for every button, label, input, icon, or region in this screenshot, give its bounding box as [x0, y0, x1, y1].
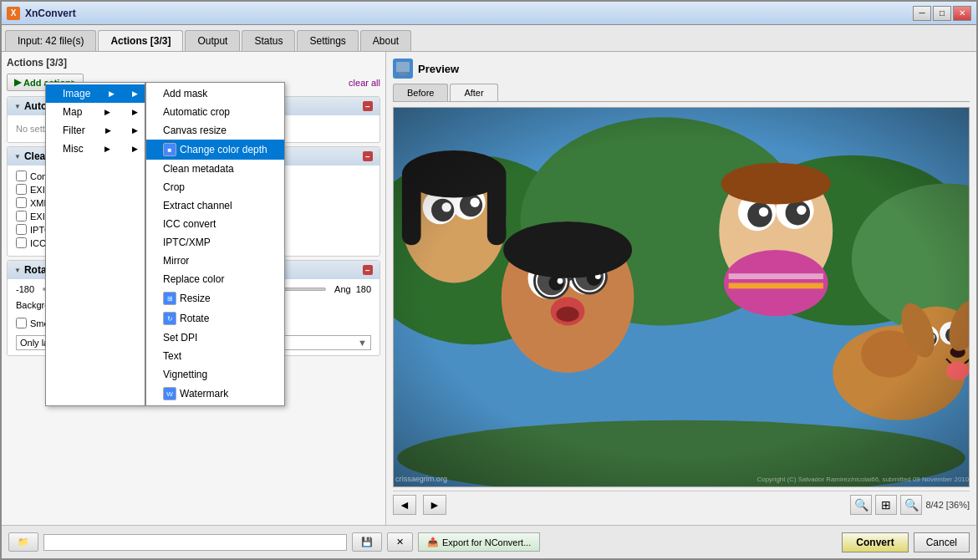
menu-mirror[interactable]: Mirror [146, 252, 284, 270]
minimize-button[interactable]: ─ [913, 6, 931, 21]
preview-icon [393, 59, 413, 79]
main-tabbar: Input: 42 file(s) Actions [3/3] Output S… [2, 25, 976, 52]
path-input[interactable] [43, 534, 347, 551]
collapse-icon: ▼ [14, 103, 21, 110]
menu-item-image[interactable]: Image ▶ [46, 84, 145, 103]
menu-clean-metadata[interactable]: Clean metadata [146, 160, 284, 178]
svg-rect-0 [396, 62, 410, 72]
smooth-checkbox[interactable] [16, 318, 27, 328]
main-content: Actions [3/3] ▶ Add action> clear all ▼ … [2, 52, 976, 525]
collapse-icon: ▼ [14, 153, 21, 160]
menu-set-dpi[interactable]: Set DPI [146, 328, 284, 347]
exif-checkbox[interactable] [16, 184, 27, 195]
close-button[interactable]: ✕ [953, 6, 971, 21]
menu-icc-convert[interactable]: ICC convert [146, 215, 284, 233]
exif-thumbnail-checkbox[interactable] [16, 211, 27, 221]
delete-icon: ✕ [396, 537, 404, 547]
zoom-in-button[interactable]: 🔍 [850, 495, 872, 515]
angle-value: -180 [16, 284, 34, 294]
right-panel: Preview Before After [386, 52, 976, 525]
open-folder-button[interactable]: 📁 [8, 532, 38, 552]
resize-icon: ⊞ [163, 292, 176, 305]
preview-header: Preview [393, 59, 970, 79]
cancel-button[interactable]: Cancel [914, 532, 970, 552]
watermark-icon: W [163, 387, 176, 400]
tab-after[interactable]: After [450, 84, 497, 101]
dropdown-arrow-icon: ▼ [358, 338, 367, 348]
remove-rotate-button[interactable]: − [363, 265, 373, 275]
first-level-menu: Image ▶ Map ▶ Filter ▶ Misc ▶ [45, 82, 145, 406]
preview-image-container: © crissaegrim.org Copyright (C) Salvador… [393, 107, 970, 487]
svg-rect-60 [394, 108, 969, 486]
menu-item-map[interactable]: Map ▶ [46, 103, 145, 121]
change-color-icon: ■ [163, 143, 176, 156]
convert-button[interactable]: Convert [842, 532, 908, 552]
svg-text:© crissaegrim.org: © crissaegrim.org [394, 475, 447, 483]
delete-button[interactable]: ✕ [387, 532, 413, 552]
tab-settings[interactable]: Settings [297, 30, 358, 51]
menu-item-filter[interactable]: Filter ▶ [46, 121, 145, 140]
main-window: X XnConvert ─ □ ✕ Input: 42 file(s) Acti… [0, 0, 978, 560]
preview-svg: © crissaegrim.org Copyright (C) Salvador… [394, 108, 969, 486]
menu-automatic-crop[interactable]: Automatic crop [146, 103, 284, 121]
tab-input[interactable]: Input: 42 file(s) [5, 30, 96, 51]
menu-text[interactable]: Text [146, 347, 284, 365]
comment-checkbox[interactable] [16, 171, 27, 181]
zoom-fit-button[interactable]: ⊞ [875, 495, 897, 515]
menu-vignetting[interactable]: Vignetting [146, 365, 284, 384]
zoom-out-button[interactable]: 🔍 [900, 495, 922, 515]
remove-metadata-button[interactable]: − [363, 151, 373, 161]
left-panel: Actions [3/3] ▶ Add action> clear all ▼ … [2, 52, 386, 525]
tab-about[interactable]: About [360, 30, 411, 51]
menu-add-mask[interactable]: Add mask [146, 84, 284, 103]
bottom-bar: 📁 💾 ✕ 📤 Export for NConvert... Convert C… [2, 525, 976, 558]
svg-rect-2 [400, 74, 406, 75]
save-button[interactable]: 💾 [352, 532, 382, 552]
app-icon: X [7, 7, 20, 20]
menu-change-color-depth[interactable]: ■ Change color depth [146, 140, 284, 160]
window-controls: ─ □ ✕ [913, 6, 971, 21]
icc-checkbox[interactable] [16, 237, 27, 248]
maximize-button[interactable]: □ [933, 6, 951, 21]
menu-extract-channel[interactable]: Extract channel [146, 196, 284, 215]
iptc-checkbox[interactable] [16, 224, 27, 235]
titlebar: X XnConvert ─ □ ✕ [2, 2, 976, 25]
section-header: Actions [3/3] [7, 57, 380, 69]
tab-before[interactable]: Before [393, 84, 448, 101]
save-icon: 💾 [361, 537, 373, 547]
tab-status[interactable]: Status [242, 30, 295, 51]
menu-resize[interactable]: ⊞ Resize [146, 288, 284, 308]
angle-label: Ang [334, 284, 351, 294]
preview-bottom: ◄ ► 🔍 ⊞ 🔍 8/42 [36%] [393, 491, 970, 518]
preview-tabs: Before After [393, 84, 970, 102]
collapse-icon: ▼ [14, 267, 21, 274]
remove-automatic-button[interactable]: − [363, 101, 373, 111]
export-button[interactable]: 📤 Export for NConvert... [418, 532, 540, 552]
menu-canvas-resize[interactable]: Canvas resize [146, 121, 284, 140]
tab-actions[interactable]: Actions [3/3] [98, 30, 183, 51]
tab-output[interactable]: Output [185, 30, 240, 51]
prev-image-button[interactable]: ◄ [393, 495, 416, 515]
export-icon: 📤 [427, 537, 439, 547]
menu-crop[interactable]: Crop [146, 178, 284, 196]
menu-iptc-xmp[interactable]: IPTC/XMP [146, 233, 284, 252]
folder-icon: 📁 [18, 537, 29, 547]
preview-label: Preview [418, 63, 459, 75]
window-title: XnConvert [25, 8, 913, 19]
svg-rect-1 [398, 72, 408, 74]
rotate-icon: ↻ [163, 312, 176, 325]
menu-watermark[interactable]: W Watermark [146, 384, 284, 404]
context-menu: Image ▶ Map ▶ Filter ▶ Misc ▶ [45, 82, 285, 406]
add-icon: ▶ [14, 77, 21, 88]
menu-item-misc[interactable]: Misc ▶ [46, 140, 145, 158]
angle-max: 180 [356, 284, 371, 294]
clear-all-link[interactable]: clear all [349, 78, 380, 88]
next-image-button[interactable]: ► [423, 495, 446, 515]
image-counter: 8/42 [36%] [925, 500, 970, 510]
image-submenu: Add mask Automatic crop Canvas resize ■ … [145, 82, 285, 406]
menu-replace-color[interactable]: Replace color [146, 270, 284, 288]
zoom-controls: 🔍 ⊞ 🔍 8/42 [36%] [850, 495, 970, 515]
menu-rotate[interactable]: ↻ Rotate [146, 308, 284, 328]
svg-text:Copyright (C) Salvador Ramirez: Copyright (C) Salvador Ramirez/nicolai66… [757, 476, 969, 483]
xmp-checkbox[interactable] [16, 197, 27, 208]
